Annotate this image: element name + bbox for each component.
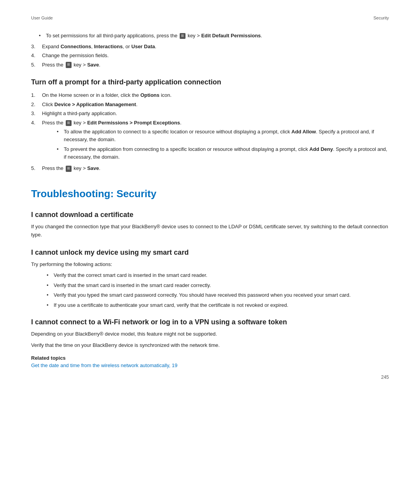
section1-heading: Turn off a prompt for a third-party appl… xyxy=(31,78,389,87)
key-icon-3: ⁞⁞ xyxy=(66,120,72,126)
section-unlock-intro: Try performing the following actions: xyxy=(31,261,389,269)
section1-step-4: 4. Press the ⁞⁞ key > Edit Permissions >… xyxy=(31,119,389,163)
section1-sub-bullets: To allow the application to connect to a… xyxy=(42,128,389,161)
section-turn-off-prompt: Turn off a prompt for a third-party appl… xyxy=(31,78,389,172)
section1-steps: 1. On the Home screen or in a folder, cl… xyxy=(31,91,389,172)
step-5: 5. Press the ⁞⁞ key > Save. xyxy=(31,61,389,69)
troubleshooting-title: Troubleshooting: Security xyxy=(31,188,389,200)
key-icon-4: ⁞⁞ xyxy=(66,166,72,172)
page: User Guide Security To set permissions f… xyxy=(0,0,420,392)
step-3: 3. Expand Connections, Interactions, or … xyxy=(31,43,389,51)
troubleshooting-section: Troubleshooting: Security I cannot downl… xyxy=(31,188,389,368)
top-numbered-list: 3. Expand Connections, Interactions, or … xyxy=(31,43,389,69)
section-cannot-download-cert: I cannot download a certificate If you c… xyxy=(31,211,389,239)
section-cert-heading: I cannot download a certificate xyxy=(31,211,389,219)
unlock-bullet-2: Verify that the smart card is inserted i… xyxy=(47,282,389,289)
section-unlock-heading: I cannot unlock my device using my smart… xyxy=(31,248,389,257)
section1-step-1: 1. On the Home screen or in a folder, cl… xyxy=(31,91,389,99)
unlock-bullet-4: If you use a certificate to authenticate… xyxy=(47,301,389,309)
section1-step-5: 5. Press the ⁞⁞ key > Save. xyxy=(31,164,389,172)
section-wifi-heading: I cannot connect to a Wi-Fi network or l… xyxy=(31,318,389,326)
intro-bullets: To set permissions for all third-party a… xyxy=(31,32,389,40)
section-cannot-unlock: I cannot unlock my device using my smart… xyxy=(31,248,389,309)
section-wifi-para2: Verify that the time on your BlackBerry … xyxy=(31,341,389,350)
section-unlock-bullets: Verify that the correct smart card is in… xyxy=(31,271,389,309)
section-wifi-para1: Depending on your BlackBerry® device mod… xyxy=(31,330,389,338)
section1-step-2: 2. Click Device > Application Management… xyxy=(31,101,389,108)
page-number: 245 xyxy=(381,374,389,380)
related-link[interactable]: Get the date and time from the wireless … xyxy=(31,362,177,368)
related-topics-label: Related topics xyxy=(31,355,389,361)
header-right: Security xyxy=(373,16,389,20)
section-cannot-connect-wifi: I cannot connect to a Wi-Fi network or l… xyxy=(31,318,389,368)
page-header: User Guide Security xyxy=(31,16,389,20)
sub-bullet-add-deny: To prevent the application from connecti… xyxy=(57,145,389,161)
header-left: User Guide xyxy=(31,16,53,20)
key-icon-1: ⁞⁞ xyxy=(180,33,186,39)
step-4: 4. Change the permission fields. xyxy=(31,52,389,60)
edit-default-permissions-label: Edit Default Permissions xyxy=(201,33,261,38)
key-icon-2: ⁞⁞ xyxy=(66,62,72,68)
section-cert-para: If you changed the connection type that … xyxy=(31,223,389,239)
intro-bullet-1: To set permissions for all third-party a… xyxy=(39,32,389,40)
unlock-bullet-1: Verify that the correct smart card is in… xyxy=(47,271,389,279)
unlock-bullet-3: Verify that you typed the smart card pas… xyxy=(47,291,389,299)
section1-step-3: 3. Highlight a third-party application. xyxy=(31,110,389,117)
content-area: To set permissions for all third-party a… xyxy=(31,32,389,368)
sub-bullet-add-allow: To allow the application to connect to a… xyxy=(57,128,389,143)
